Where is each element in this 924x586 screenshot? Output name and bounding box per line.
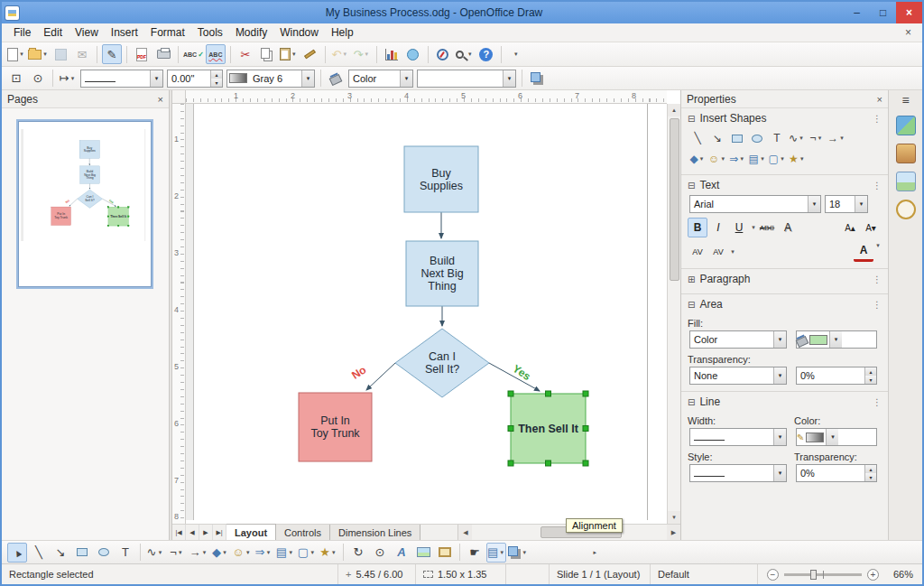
style-status[interactable]: Default	[658, 569, 689, 580]
collapse-icon[interactable]: ⊟	[688, 181, 695, 191]
insert-curve-button[interactable]: ∿▾	[788, 129, 806, 147]
format-paintbrush-button[interactable]	[300, 44, 320, 64]
line-transparency-spinner[interactable]: 0%▴▾	[796, 464, 877, 482]
properties-close-icon[interactable]: ×	[877, 94, 882, 105]
last-page-button[interactable]: ▶|	[213, 525, 226, 540]
tab-controls[interactable]: Controls	[276, 525, 330, 540]
line-transparency-value[interactable]: 0%	[797, 465, 864, 481]
zoom-slider[interactable]	[784, 573, 862, 576]
redo-button[interactable]: ↷▾	[352, 44, 372, 64]
menu-view[interactable]: View	[69, 24, 105, 41]
sidebar-gallery-icon[interactable]	[896, 144, 916, 163]
menu-modify[interactable]: Modify	[229, 24, 273, 41]
italic-button[interactable]: I	[708, 218, 728, 237]
fontwork-button[interactable]: A	[392, 543, 411, 563]
selection-handle[interactable]	[583, 391, 588, 396]
insert-image-button[interactable]	[413, 543, 433, 563]
font-size-select[interactable]: 18▾	[825, 195, 868, 213]
block-arrows-dropdown-icon[interactable]: ▾	[264, 549, 272, 556]
pages-close-icon[interactable]: ×	[158, 94, 163, 105]
curve-dropdown-icon[interactable]: ▾	[798, 135, 805, 142]
section-more-icon[interactable]: ⋮	[873, 181, 882, 191]
tab-scrollbar-splitter[interactable]	[420, 525, 458, 540]
select-tool-button[interactable]: ▲	[7, 543, 27, 563]
fill-style-dropdown-icon[interactable]: ▾	[773, 331, 786, 348]
close-button[interactable]: ×	[896, 2, 922, 23]
basic-shapes-button[interactable]: ◆▾	[210, 543, 230, 563]
flowchart[interactable]: BuySuppliesBuildNext BigThingCan ISell I…	[186, 104, 661, 520]
increase-font-button[interactable]: A▴	[840, 218, 860, 237]
gallery-button[interactable]	[435, 543, 455, 563]
font-size-value[interactable]: 18	[826, 199, 855, 209]
fill-type-dropdown-icon[interactable]: ▾	[400, 70, 412, 87]
next-page-button[interactable]: ▶	[199, 525, 213, 540]
font-name-dropdown-icon[interactable]: ▾	[808, 196, 820, 212]
collapse-icon[interactable]: ⊟	[688, 397, 695, 407]
lines-arrows-button[interactable]: →▾	[189, 543, 208, 563]
selection-handle[interactable]	[508, 391, 513, 396]
rotate-button[interactable]: ↻	[348, 543, 368, 563]
basic-shapes-button[interactable]: ◆▾	[688, 150, 707, 168]
section-more-icon[interactable]: ⋮	[873, 114, 882, 124]
paste-dropdown-icon[interactable]: ▾	[291, 51, 298, 58]
vertical-scroll-thumb[interactable]	[670, 118, 679, 281]
flowchart-dropdown-icon[interactable]: ▾	[287, 549, 294, 556]
fill-style-select[interactable]: Color▾	[689, 330, 787, 349]
menu-help[interactable]: Help	[325, 24, 360, 41]
text-tool-button[interactable]: T	[116, 543, 135, 563]
fill-color-button[interactable]: ▾	[796, 330, 877, 349]
transparency-dropdown-icon[interactable]: ▾	[773, 367, 786, 384]
transparency-spinner[interactable]: 0%▴▾	[796, 367, 877, 385]
sidebar-menu-icon[interactable]: ≡	[901, 93, 909, 107]
edit-file-button[interactable]: ✎	[102, 44, 122, 64]
tab-dimension-lines[interactable]: Dimension Lines	[330, 525, 420, 540]
section-more-icon[interactable]: ⋮	[873, 300, 882, 310]
undo-button[interactable]: ↶▾	[330, 44, 350, 64]
underline-button[interactable]: U	[729, 218, 749, 237]
export-pdf-button[interactable]: PDF	[132, 44, 152, 64]
section-more-icon[interactable]: ⋮	[873, 397, 882, 407]
line-width-spinner[interactable]: 0.00"▴▾	[167, 70, 223, 88]
arrow-tool-button[interactable]: ↘	[51, 543, 70, 563]
sidebar-properties-icon[interactable]	[896, 116, 916, 135]
minimize-button[interactable]: –	[844, 2, 870, 23]
line-width-select[interactable]: ▾	[689, 428, 787, 446]
line-style-dropdown-icon[interactable]: ▾	[150, 70, 162, 87]
line-style-select[interactable]: ▾	[80, 70, 163, 88]
basic-shapes-dropdown-icon[interactable]: ▾	[698, 155, 706, 163]
bold-button[interactable]: B	[688, 218, 707, 237]
print-button[interactable]	[153, 44, 173, 64]
fill-color-select[interactable]: ▾	[417, 70, 516, 88]
menu-edit[interactable]: Edit	[37, 24, 69, 41]
document-close-icon[interactable]: ×	[900, 26, 917, 39]
connector-dropdown-icon[interactable]: ▾	[817, 135, 824, 142]
curve-tool-button[interactable]: ∿▾	[145, 543, 165, 563]
help-button[interactable]: ?	[476, 44, 496, 64]
zoom-in-button[interactable]: +	[867, 569, 879, 581]
selection-handle[interactable]	[546, 460, 551, 466]
vertical-scrollbar[interactable]: ▴ ▾	[667, 104, 680, 524]
new-document-button[interactable]: ▾	[6, 44, 26, 64]
new-dropdown-icon[interactable]: ▾	[18, 51, 25, 58]
rectangle-tool-button[interactable]	[72, 543, 92, 563]
star-shapes-dropdown-icon[interactable]: ▾	[330, 549, 337, 556]
font-name-select[interactable]: Arial▾	[689, 195, 821, 213]
line-style-dropdown-icon[interactable]: ▾	[773, 465, 786, 481]
font-size-dropdown-icon[interactable]: ▾	[855, 196, 867, 212]
selection-handle[interactable]	[117, 207, 119, 209]
selection-handle[interactable]	[583, 426, 588, 432]
collapse-icon[interactable]: ⊟	[688, 114, 695, 124]
callout-dropdown-icon[interactable]: ▾	[779, 155, 786, 163]
font-name-value[interactable]: Arial	[690, 199, 808, 209]
star-shapes-dropdown-icon[interactable]: ▾	[799, 155, 806, 163]
symbol-shapes-dropdown-icon[interactable]: ▾	[245, 549, 252, 556]
insert-line-button[interactable]: ╲	[688, 129, 707, 147]
menu-insert[interactable]: Insert	[105, 24, 144, 41]
horizontal-ruler[interactable]: 1 2 3 4 5 6 7 8	[186, 90, 667, 104]
selection-handle[interactable]	[583, 460, 588, 466]
area-header[interactable]: ⊟ Area ⋮	[688, 296, 882, 312]
open-button[interactable]: ▾	[28, 44, 49, 64]
fill-color-dropdown-icon[interactable]: ▾	[503, 70, 515, 87]
arrange-button[interactable]: ▾	[508, 543, 528, 563]
tab-layout[interactable]: Layout	[226, 524, 276, 540]
